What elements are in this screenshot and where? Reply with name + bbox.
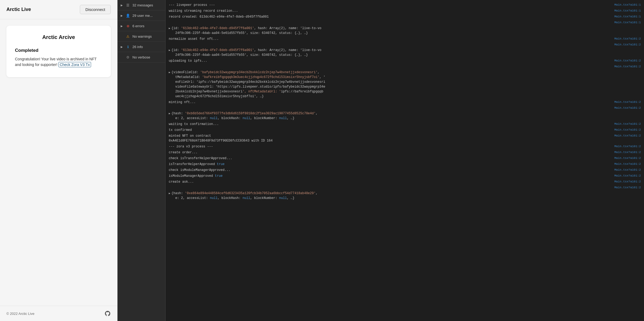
card-heading: Arctic Arcive [15,34,102,40]
log-text: waiting tx confirmation... [169,122,611,127]
log-text: minting nft... [169,100,611,105]
log-line: check isModuleManagerApproved...Main.tsx… [166,167,644,173]
log-source: Main.tsx?a101:2 [611,106,641,110]
log-source: Main.tsx?a101:2 [611,42,641,47]
log-line: waiting streaming record creation...Main… [166,8,644,14]
filter-info-label: 26 info [132,45,162,49]
console-filter-panel: ▶ ☰ 32 messages ▶ 👤 29 user me... ▶ ⊗ 6 … [117,0,166,321]
log-text: --- livepeer process --- [169,3,611,7]
log-expandable-line: ▶{id: '613dc462-e94e-4fe7-8deb-d945f7f6a… [166,25,644,36]
log-text: check isModuleManagerApproved... [169,168,611,173]
filter-arrow-errors: ▶ [121,25,123,28]
log-source: Main.tsx?a101:2 [611,185,641,190]
left-footer: © 2022 Arctic Live [0,306,117,321]
log-source: Main.tsx?a101:2 [611,174,641,178]
filter-verbose-label: No verbose [132,55,162,59]
log-source: Main.tsx?a101:2 [611,58,641,63]
log-source: Main.tsx?a101:2 [611,100,641,105]
filter-warnings[interactable]: ▶ ⚠ No warnings [117,31,165,42]
filter-verbose[interactable]: ▶ ⚙ No verbose [117,52,165,62]
copyright-text: © 2022 Arctic Live [6,312,34,316]
archive-card: Arctic Arcive Completed Congratulation! … [6,26,111,77]
log-text: isModuleManagerApproved true [169,174,611,178]
log-source: Main.tsx?a101:2 [611,144,641,149]
app-title: Arctic Live [6,7,31,12]
left-panel: Arctic Live Disconnect Arctic Arcive Com… [0,0,117,321]
log-text [169,20,611,25]
log-line: check isTransferHelperApproved...Main.ts… [166,155,644,161]
log-source: Main.tsx?a101:1 [611,14,641,19]
log-source: Main.tsx?a101:1 [611,3,641,7]
expand-arrow-icon[interactable]: ▶ [169,111,171,116]
filter-messages[interactable]: ▶ ☰ 32 messages [117,0,165,10]
left-content: Arctic Arcive Completed Congratulation! … [0,19,117,306]
log-line: isModuleManagerApproved trueMain.tsx?a10… [166,173,644,179]
log-line: Main.tsx?a101:2 [166,105,644,111]
log-object: {hash: '0xb6b5ded7664f0377fe3db6d6159f80… [171,111,641,121]
left-header: Arctic Live Disconnect [0,0,117,19]
log-line: create ask...Main.tsx?a101:2 [166,179,644,185]
github-icon[interactable] [104,310,111,317]
filter-arrow-info: ▶ [121,45,123,48]
log-line: minting nft...Main.tsx?a101:2 [166,99,644,105]
log-source: Main.tsx?a101:2 [611,168,641,173]
log-text: create order... [169,150,611,155]
log-text: tx confirmed [169,128,611,132]
error-icon: ⊗ [125,24,130,28]
log-line: normalize asset for nft...Main.tsx?a101:… [166,36,644,42]
log-text: check isTransferHelperApproved... [169,156,611,161]
filter-user[interactable]: ▶ 👤 29 user me... [117,10,165,21]
status-text: Congratulation! Your live video is archi… [15,56,102,68]
log-line: isTransferHelperApproved trueMain.tsx?a1… [166,161,644,167]
log-text [169,64,611,69]
log-expandable-line: ▶{id: '613dc462-e94e-4fe7-8deb-d945f7f6a… [166,47,644,58]
log-object: {hash: '0xe864e894e448584cef6d6323435a12… [171,191,641,201]
log-line: tx confirmedMain.tsx?a101:2 [166,127,644,133]
expand-arrow-icon[interactable]: ▶ [169,48,171,52]
log-source: Main.tsx?a101:2 [611,156,641,161]
log-line: Main.tsx?a101:2 [166,185,644,190]
log-text [169,185,611,190]
expand-arrow-icon[interactable]: ▶ [169,26,171,30]
log-text [169,106,611,110]
log-text: normalize asset for nft... [169,37,611,41]
filter-info[interactable]: ▶ ℹ 26 info [117,42,165,52]
log-line: Main.tsx?a101:1 [166,20,644,25]
console-output-panel: --- livepeer process ---Main.tsx?a101:1w… [166,0,644,321]
filter-errors[interactable]: ▶ ⊗ 6 errors [117,21,165,31]
log-source: Main.tsx?a101:2 [611,37,641,41]
log-line: --- livepeer process ---Main.tsx?a101:1 [166,2,644,8]
expand-arrow-icon[interactable]: ▶ [169,70,171,75]
user-icon: 👤 [125,13,130,18]
list-icon: ☰ [125,3,130,7]
log-text: uploading to ipfs... [169,58,611,63]
log-line: create order...Main.tsx?a101:2 [166,150,644,155]
warning-icon: ⚠ [125,34,130,39]
log-text: record created: 613dc462-e94e-4fe7-8deb-… [169,14,611,19]
log-line: --- zora v3 process ---Main.tsx?a101:2 [166,144,644,150]
check-zora-link[interactable]: Check Zora V3 Tx [58,62,91,67]
log-line: Main.tsx?a101:2 [166,64,644,69]
log-text: create ask... [169,179,611,184]
log-text: waiting streaming record creation... [169,9,611,13]
log-expandable-line: ▶{hash: '0xe864e894e448584cef6d6323435a1… [166,190,644,201]
disconnect-button[interactable]: Disconnect [80,5,111,14]
log-text [169,42,611,47]
log-text: --- zora v3 process --- [169,144,611,149]
status-title: Completed [15,48,102,53]
filter-messages-label: 32 messages [132,3,162,7]
filter-errors-label: 6 errors [132,24,162,28]
log-text: minted NFT on contract 0xA4E1d8FE768d471… [169,134,611,143]
log-source: Main.tsx?a101:2 [611,128,641,132]
log-source: Main.tsx?a101:2 [611,162,641,167]
log-line: record created: 613dc462-e94e-4fe7-8deb-… [166,14,644,20]
log-line: Main.tsx?a101:2 [166,42,644,48]
log-source: Main.tsx?a101:2 [611,150,641,155]
log-object: {id: '613dc462-e94e-4fe7-8deb-d945f7f6a0… [171,26,641,36]
log-source: Main.tsx?a101:1 [611,20,641,25]
log-line: waiting tx confirmation...Main.tsx?a101:… [166,121,644,127]
expand-arrow-icon[interactable]: ▶ [169,191,171,195]
log-source: Main.tsx?a101:2 [611,134,641,143]
log-expandable-line: ▶{hash: '0xb6b5ded7664f0377fe3db6d6159f8… [166,111,644,121]
log-line: uploading to ipfs...Main.tsx?a101:2 [166,58,644,64]
